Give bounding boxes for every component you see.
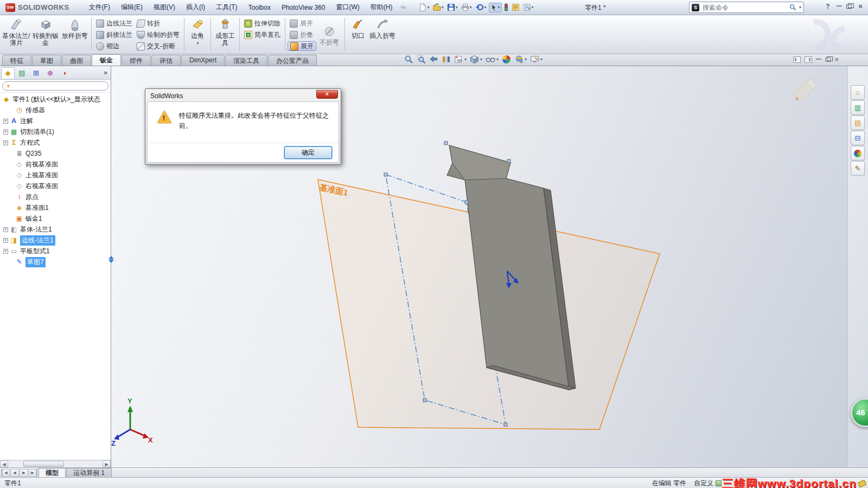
file-explorer-tab[interactable]: ▤	[851, 115, 865, 130]
zoom-to-fit-button[interactable]	[404, 55, 413, 64]
tree-item-origin[interactable]: ↕原点	[0, 191, 111, 202]
tree-item-sheetmetal1[interactable]: ▣钣金1	[0, 213, 111, 224]
tab-sheet-metal[interactable]: 钣金	[92, 54, 121, 66]
undo-button[interactable]: ▾	[474, 3, 488, 12]
tree-item-base-flange1[interactable]: +◧基体-法兰1	[0, 224, 111, 235]
minimize-button[interactable]	[837, 5, 842, 7]
graphics-viewport[interactable]: Y X Z 基准面1 SolidWorks × ! 特征顺序无法	[111, 66, 847, 467]
unfold-button[interactable]: 展开	[288, 18, 316, 28]
search-magnifier-icon[interactable]	[789, 4, 796, 11]
tree-item-sketch7[interactable]: ✎草图7	[0, 256, 111, 267]
search-dropdown-icon[interactable]: ▾	[799, 5, 801, 10]
closed-corner-button[interactable]: 边角 ▾	[187, 16, 208, 53]
motion-study-tab[interactable]: 运动算例 1	[66, 468, 112, 477]
document-close-button[interactable]: ×	[834, 55, 839, 63]
print-button[interactable]: ▾	[460, 3, 473, 12]
menu-toolbox[interactable]: Toolbox	[243, 2, 276, 13]
design-library-tab[interactable]: ▥	[851, 100, 865, 115]
tree-item-front-plane[interactable]: ◇前视基准面	[0, 159, 111, 170]
panel-chevron-icon[interactable]: »	[104, 69, 110, 76]
expand-icon[interactable]: +	[3, 227, 8, 232]
lofted-bend-button[interactable]: 放样折弯	[61, 16, 89, 53]
zoom-to-area-button[interactable]	[417, 55, 426, 64]
tree-item-material[interactable]: ≣Q235	[0, 148, 111, 159]
tab-sketch[interactable]: 草图	[32, 55, 61, 66]
configurationmanager-tab[interactable]: ⊞	[29, 67, 43, 79]
menu-file[interactable]: 文件(F)	[84, 1, 116, 14]
sketched-bend-button[interactable]: 绘制的折弯	[135, 30, 182, 40]
edit-appearance-button[interactable]	[502, 55, 511, 64]
tab-surfaces[interactable]: 曲面	[62, 55, 91, 66]
status-customize[interactable]: 自定义	[694, 479, 722, 488]
edge-flange-button[interactable]: 边线法兰	[94, 18, 135, 28]
tree-item-plane1[interactable]: ◈基准面1	[0, 202, 111, 213]
miter-flange-button[interactable]: 斜接法兰	[94, 30, 135, 40]
tab-evaluate[interactable]: 评估	[151, 55, 181, 66]
hem-button[interactable]: 褶边	[94, 41, 135, 51]
hide-show-items-button[interactable]: ▾	[486, 55, 499, 64]
menu-window[interactable]: 窗口(W)	[330, 1, 365, 14]
jog-button[interactable]: 转折	[135, 18, 182, 28]
insert-bends-button[interactable]: 插入折弯	[369, 16, 396, 53]
tree-horizontal-scrollbar[interactable]: ◀ ▶	[0, 460, 111, 467]
save-button[interactable]: ▾	[446, 3, 459, 12]
tab-features[interactable]: 特征	[2, 55, 31, 66]
last-tab-button[interactable]: ▶	[29, 469, 37, 477]
fold-button[interactable]: 折叠	[288, 30, 316, 40]
menu-photoview[interactable]: PhotoView 360	[276, 2, 331, 13]
dialog-title-bar[interactable]: SolidWorks ×	[147, 91, 339, 101]
menu-edit[interactable]: 编辑(E)	[116, 1, 148, 14]
tab-render-tools[interactable]: 渲染工具	[225, 55, 267, 66]
restore-button[interactable]	[846, 4, 852, 9]
document-restore-button[interactable]	[825, 57, 831, 62]
tree-filter-input[interactable]: ▼	[2, 81, 108, 91]
cross-break-button[interactable]: 交叉-折断	[135, 41, 182, 51]
menu-help[interactable]: 帮助(H)	[365, 1, 398, 14]
tree-item-annotations[interactable]: +A注解	[0, 115, 111, 126]
dimxpertmanager-tab[interactable]: ⊕	[43, 67, 57, 79]
displaymanager-tab[interactable]: ◑	[58, 67, 71, 79]
scroll-left-icon[interactable]: ◀	[0, 460, 8, 467]
propertymanager-tab[interactable]: ▤	[15, 67, 29, 79]
simple-hole-button[interactable]: 简单直孔	[242, 30, 283, 40]
solidworks-warning-dialog[interactable]: SolidWorks × ! 特征顺序无法重排。此改变会将子特征位于父特征之前。…	[145, 88, 341, 165]
tree-item-cutlist[interactable]: +▦切割清单(1)	[0, 126, 111, 137]
options-button[interactable]: ▾	[522, 3, 535, 12]
expand-icon[interactable]: +	[3, 119, 8, 124]
tree-item-edge-flange1[interactable]: +◨边线-法兰1	[0, 235, 111, 246]
rebuild-traffic-light-button[interactable]	[503, 3, 509, 12]
custom-properties-tab[interactable]: ✎	[851, 161, 865, 176]
model-tab[interactable]: 模型	[39, 468, 66, 477]
ok-button[interactable]: 确定	[284, 146, 332, 159]
tree-item-right-plane[interactable]: ◇右视基准面	[0, 181, 111, 191]
view-settings-button[interactable]: ▾	[530, 55, 542, 64]
command-search[interactable]: S ▾	[689, 2, 804, 13]
base-flange-button[interactable]: 基体法兰/薄片	[2, 16, 30, 53]
tab-weldments[interactable]: 焊件	[122, 55, 151, 66]
previous-view-button[interactable]	[429, 55, 438, 64]
display-style-button[interactable]: ▾	[470, 55, 482, 64]
panel-splitter-handle[interactable]	[108, 253, 114, 266]
extruded-cut-button[interactable]: 拉伸切除	[242, 18, 283, 28]
rip-button[interactable]: 切口	[347, 16, 369, 53]
tree-item-equations[interactable]: +Σ方程式	[0, 137, 111, 148]
tree-root[interactable]: ◆ 零件1 (默认<<默认>_显示状态	[0, 94, 111, 105]
menu-pin-icon[interactable]: ✎	[399, 3, 408, 12]
scrollbar-thumb[interactable]	[23, 461, 64, 467]
tree-item-flat-pattern1[interactable]: +▭平板型式1	[0, 246, 111, 256]
no-bends-button[interactable]: 不折弯	[316, 16, 342, 53]
first-tab-button[interactable]: ◀	[1, 469, 10, 477]
tab-dimxpert[interactable]: DimXpert	[181, 55, 225, 66]
split-right-icon[interactable]	[805, 56, 812, 63]
menu-tools[interactable]: 工具(T)	[210, 1, 242, 14]
view-orientation-button[interactable]: ▾	[454, 55, 467, 64]
tab-office-products[interactable]: 办公室产品	[268, 55, 317, 66]
expand-icon[interactable]: +	[3, 249, 8, 254]
convert-to-sheet-metal-button[interactable]: 转换到钣金	[31, 16, 60, 53]
menu-insert[interactable]: 插入(I)	[181, 1, 210, 14]
appearances-scenes-tab[interactable]	[851, 146, 865, 160]
featuremanager-tree-tab[interactable]: ◆	[1, 67, 15, 79]
select-tool-button[interactable]: ▾	[489, 3, 502, 12]
solidworks-resources-tab[interactable]: ⌂	[851, 85, 865, 100]
prev-tab-button[interactable]: ◀	[10, 469, 19, 477]
